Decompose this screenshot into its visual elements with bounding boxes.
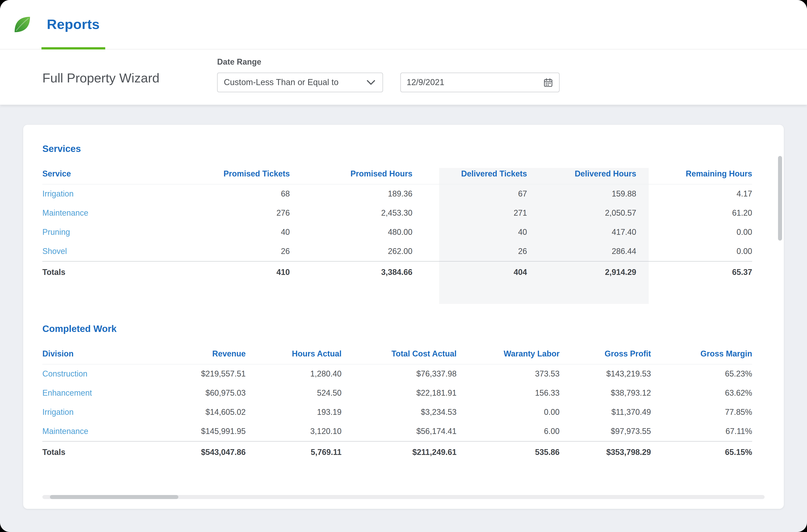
cell: $38,793.12 xyxy=(560,384,651,403)
table-row: Enhancement $60,975.03 524.50 $22,181.91… xyxy=(42,384,752,403)
cell: 6.00 xyxy=(457,422,560,441)
top-navigation-bar: Reports xyxy=(0,0,807,50)
cell: 26 xyxy=(412,242,527,261)
division-link[interactable]: Construction xyxy=(42,364,145,384)
completed-work-section-title: Completed Work xyxy=(42,323,765,334)
cell: 40 xyxy=(412,223,527,242)
services-section-title: Services xyxy=(42,144,765,154)
service-link[interactable]: Maintenance xyxy=(42,204,145,223)
report-content-area: Services Service Promised Tickets Promis… xyxy=(0,105,807,532)
tab-reports[interactable]: Reports xyxy=(41,0,105,49)
division-link[interactable]: Irrigation xyxy=(42,403,145,422)
service-link[interactable]: Irrigation xyxy=(42,184,145,204)
date-input-field[interactable] xyxy=(400,73,560,92)
cell: $14,605.02 xyxy=(145,403,246,422)
cell: 524.50 xyxy=(246,384,342,403)
page-title: Full Property Wizard xyxy=(42,71,159,86)
cell: 67.11% xyxy=(651,422,752,441)
tab-reports-label: Reports xyxy=(47,17,100,33)
date-range-comparison-select[interactable]: Custom-Less Than or Equal to xyxy=(217,73,383,92)
cell: 480.00 xyxy=(290,223,412,242)
cell: 373.53 xyxy=(457,364,560,384)
column-header-hours-actual: Hours Actual xyxy=(246,344,342,364)
cell: 276 xyxy=(145,204,290,223)
date-range-filter: Date Range Custom-Less Than or Equal to xyxy=(217,57,560,92)
totals-cell: 535.86 xyxy=(457,441,560,463)
cell: 156.33 xyxy=(457,384,560,403)
horizontal-scrollbar-thumb[interactable] xyxy=(50,495,178,499)
totals-cell: 2,914.29 xyxy=(527,261,636,283)
chevron-down-icon xyxy=(366,80,375,85)
comparison-selected-value: Custom-Less Than or Equal to xyxy=(224,78,338,87)
cell: 189.36 xyxy=(290,184,412,204)
column-header-gross-margin: Gross Margin xyxy=(651,344,752,364)
cell: $143,219.53 xyxy=(560,364,651,384)
completed-work-header-row: Division Revenue Hours Actual Total Cost… xyxy=(42,344,752,364)
cell: 26 xyxy=(145,242,290,261)
cell: 68 xyxy=(145,184,290,204)
cell: 0.00 xyxy=(636,242,752,261)
cell: 61.20 xyxy=(636,204,752,223)
cell: $145,991.95 xyxy=(145,422,246,441)
cell: 4.17 xyxy=(636,184,752,204)
table-row: Maintenance 276 2,453.30 271 2,050.57 61… xyxy=(42,204,752,223)
calendar-icon[interactable] xyxy=(543,77,553,88)
cell: 67 xyxy=(412,184,527,204)
totals-cell: 410 xyxy=(145,261,290,283)
totals-label: Totals xyxy=(42,441,145,463)
division-link[interactable]: Maintenance xyxy=(42,422,145,441)
date-value-input[interactable] xyxy=(407,78,527,87)
cell: 63.62% xyxy=(651,384,752,403)
cell: 159.88 xyxy=(527,184,636,204)
cell: 3,120.10 xyxy=(246,422,342,441)
totals-cell: 65.15% xyxy=(651,441,752,463)
cell: 2,453.30 xyxy=(290,204,412,223)
cell: 65.23% xyxy=(651,364,752,384)
totals-cell: 65.37 xyxy=(636,261,752,283)
date-range-label: Date Range xyxy=(217,57,560,67)
cell: 417.40 xyxy=(527,223,636,242)
column-header-remaining-hours: Remaining Hours xyxy=(636,164,752,184)
column-header-revenue: Revenue xyxy=(145,344,246,364)
cell: $22,181.91 xyxy=(342,384,457,403)
leaf-logo-icon[interactable] xyxy=(12,14,33,35)
totals-cell: 5,769.11 xyxy=(246,441,342,463)
cell: 262.00 xyxy=(290,242,412,261)
table-row: Shovel 26 262.00 26 286.44 0.00 xyxy=(42,242,752,261)
column-header-service: Service xyxy=(42,164,145,184)
cell: 286.44 xyxy=(527,242,636,261)
column-header-promised-tickets: Promised Tickets xyxy=(145,164,290,184)
table-row: Irrigation $14,605.02 193.19 $3,234.53 0… xyxy=(42,403,752,422)
cell: 40 xyxy=(145,223,290,242)
cell: 1,280.40 xyxy=(246,364,342,384)
completed-work-table: Division Revenue Hours Actual Total Cost… xyxy=(42,344,752,463)
horizontal-scrollbar-track[interactable] xyxy=(42,495,765,499)
column-header-promised-hours: Promised Hours xyxy=(290,164,412,184)
totals-label: Totals xyxy=(42,261,145,283)
column-header-delivered-tickets: Delivered Tickets xyxy=(412,164,527,184)
report-card-inner: Services Service Promised Tickets Promis… xyxy=(23,125,784,463)
division-link[interactable]: Enhancement xyxy=(42,384,145,403)
table-row: Maintenance $145,991.95 3,120.10 $56,174… xyxy=(42,422,752,441)
totals-cell: 3,384.66 xyxy=(290,261,412,283)
active-tab-indicator xyxy=(41,47,105,50)
totals-row: Totals 410 3,384.66 404 2,914.29 65.37 xyxy=(42,261,752,283)
cell: $56,174.41 xyxy=(342,422,457,441)
totals-cell: $353,798.29 xyxy=(560,441,651,463)
cell: 0.00 xyxy=(457,403,560,422)
totals-cell: $211,249.61 xyxy=(342,441,457,463)
cell: 193.19 xyxy=(246,403,342,422)
cell: $60,975.03 xyxy=(145,384,246,403)
column-header-gross-profit: Gross Profit xyxy=(560,344,651,364)
service-link[interactable]: Pruning xyxy=(42,223,145,242)
column-header-waranty-labor: Waranty Labor xyxy=(457,344,560,364)
totals-cell: $543,047.86 xyxy=(145,441,246,463)
table-row: Construction $219,557.51 1,280.40 $76,33… xyxy=(42,364,752,384)
column-header-division: Division xyxy=(42,344,145,364)
services-table: Service Promised Tickets Promised Hours … xyxy=(42,164,752,283)
cell: $76,337.98 xyxy=(342,364,457,384)
service-link[interactable]: Shovel xyxy=(42,242,145,261)
report-card: Services Service Promised Tickets Promis… xyxy=(23,125,784,509)
cell: $219,557.51 xyxy=(145,364,246,384)
app-window: Reports Full Property Wizard Date Range … xyxy=(0,0,807,532)
